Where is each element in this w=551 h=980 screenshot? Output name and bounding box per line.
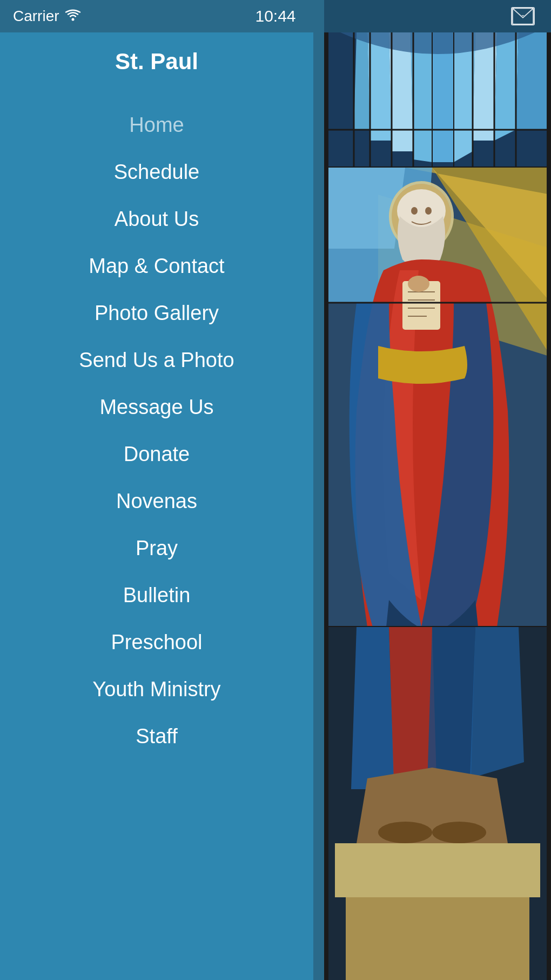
wifi-icon (65, 8, 81, 25)
status-time: 10:44 (255, 7, 295, 25)
svg-rect-30 (335, 843, 540, 897)
svg-point-28 (378, 822, 432, 843)
nav-item-preschool[interactable]: Preschool (0, 619, 313, 666)
svg-rect-1 (513, 8, 533, 24)
nav-item-staff[interactable]: Staff (0, 713, 313, 760)
svg-point-18 (425, 207, 432, 215)
svg-rect-32 (324, 32, 328, 980)
nav-item-youth-ministry[interactable]: Youth Ministry (0, 666, 313, 713)
svg-point-24 (408, 276, 429, 292)
nav-item-home[interactable]: Home (0, 102, 313, 149)
email-icon[interactable] (511, 7, 535, 25)
svg-rect-31 (346, 897, 529, 980)
stained-glass-area (324, 32, 551, 980)
email-icon-container (324, 0, 551, 32)
svg-point-29 (432, 822, 486, 843)
status-left: Carrier (13, 8, 81, 25)
nav-item-novenas[interactable]: Novenas (0, 478, 313, 525)
nav-item-about-us[interactable]: About Us (0, 196, 313, 243)
main-container: St. Paul HomeScheduleAbout UsMap & Conta… (0, 32, 551, 980)
stained-glass-image (324, 32, 551, 980)
svg-rect-33 (547, 32, 551, 980)
svg-point-17 (411, 207, 418, 215)
nav-menu: HomeScheduleAbout UsMap & ContactPhoto G… (0, 102, 313, 760)
nav-item-donate[interactable]: Donate (0, 431, 313, 478)
nav-item-bulletin[interactable]: Bulletin (0, 572, 313, 619)
nav-item-send-us-photo[interactable]: Send Us a Photo (0, 337, 313, 384)
app-title: St. Paul (104, 43, 209, 80)
nav-item-photo-gallery[interactable]: Photo Gallery (0, 290, 313, 337)
nav-item-schedule[interactable]: Schedule (0, 149, 313, 196)
nav-item-message-us[interactable]: Message Us (0, 384, 313, 431)
nav-item-pray[interactable]: Pray (0, 525, 313, 572)
sidebar: St. Paul HomeScheduleAbout UsMap & Conta… (0, 32, 313, 980)
carrier-label: Carrier (13, 8, 59, 25)
nav-item-map-contact[interactable]: Map & Contact (0, 243, 313, 290)
svg-point-0 (71, 18, 74, 21)
